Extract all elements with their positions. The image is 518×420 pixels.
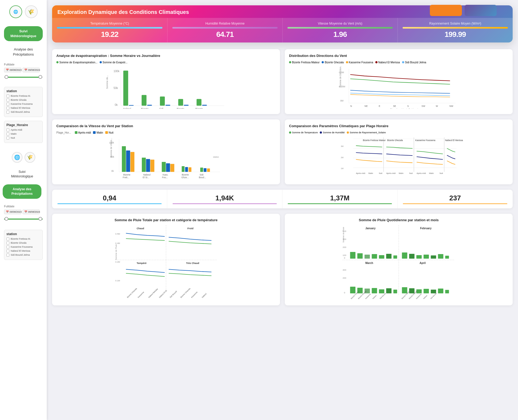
svg-text:400: 400 xyxy=(343,269,346,271)
wd-legend-5: Sidi Bouzid Jelma xyxy=(402,61,426,64)
bm-3-value: 1,37M xyxy=(288,194,392,202)
precip-date-to[interactable]: 📅 09/08/2024 xyxy=(22,209,40,214)
svg-rect-147 xyxy=(402,287,407,293)
svg-text:0k: 0k xyxy=(115,103,118,106)
svg-rect-145 xyxy=(386,288,392,293)
nav-suivi-btn[interactable]: Suivi Météorologique xyxy=(4,26,43,41)
bm-1: 0,94 xyxy=(52,190,167,208)
date-filter: Fulldate 📅 09/08/2023 📅 09/08/2024 xyxy=(4,63,43,82)
svg-text:0: 0 xyxy=(344,257,345,259)
nav2-suivi-btn[interactable]: SuiviMétéorologique xyxy=(3,167,41,181)
svg-text:Matin: Matin xyxy=(399,172,404,174)
wd-legend-4: Nabeul El Merissa xyxy=(375,61,400,64)
svg-text:Chaud: Chaud xyxy=(137,227,144,230)
wind-dir-legend: Bizerte Fretissa Mateur Bizerte Ghezala … xyxy=(289,61,508,64)
svg-text:Nuit: Nuit xyxy=(379,172,382,174)
wind-direction-chart: Distribution des Directions du Vent Bize… xyxy=(285,49,513,114)
station-checkbox-3[interactable] xyxy=(6,103,9,106)
plage-item-3[interactable]: Nuit xyxy=(6,137,40,139)
evap-legend-1: Somme de Evapotranspiration... xyxy=(56,61,98,64)
metric-wind-value: 1.96 xyxy=(287,30,393,39)
station-checkbox-5[interactable] xyxy=(6,111,9,114)
date-from[interactable]: 📅 09/08/2023 xyxy=(4,68,21,72)
svg-rect-12 xyxy=(184,105,189,106)
nav-analyse-btn[interactable]: Analyse des Précipitations xyxy=(4,44,43,59)
date-to[interactable]: 📅 09/08/2024 xyxy=(22,68,40,72)
ps-item-2[interactable]: Bizerte Ghzala xyxy=(6,242,40,244)
svg-text:Nuit: Nuit xyxy=(439,172,443,174)
svg-rect-134 xyxy=(409,254,415,259)
ps-item-1[interactable]: Bizerte Fretissa M. xyxy=(6,238,40,240)
metrics-row: Température Moyenne (°C) 19.22 Humidité … xyxy=(52,18,513,42)
svg-text:Nuit: Nuit xyxy=(409,172,413,174)
ps-item-5[interactable]: Sidi Bouzid Jelma xyxy=(6,254,40,256)
orange-button[interactable] xyxy=(430,5,462,16)
svg-text:Fou...: Fou... xyxy=(162,176,168,179)
svg-rect-126 xyxy=(350,252,356,259)
svg-rect-136 xyxy=(424,255,429,259)
svg-text:Après-midi: Après-midi xyxy=(356,172,365,174)
date-range-slider[interactable] xyxy=(4,75,43,80)
svg-text:Bizerte Ghazala: Bizerte Ghazala xyxy=(127,287,137,298)
station-item-4[interactable]: Nabeul El Merissa xyxy=(6,107,40,110)
ps-item-4[interactable]: Nabeul El Merissa xyxy=(6,250,40,252)
station-checkbox-2[interactable] xyxy=(6,99,9,102)
svg-rect-52 xyxy=(162,162,166,172)
metric-humidity-value: 64.71 xyxy=(172,30,278,39)
evap-dot-2 xyxy=(100,61,102,63)
precip-date-label: Fulldate xyxy=(4,205,43,208)
charts-row-1: Analyse de évapotranspiration : Somme Ho… xyxy=(52,49,513,114)
svg-rect-152 xyxy=(438,289,443,293)
wd-legend-2: Bizerte Ghezala xyxy=(322,61,344,64)
top-buttons-container xyxy=(430,5,497,16)
svg-rect-13 xyxy=(197,99,201,106)
cp-dot-2 xyxy=(320,131,322,134)
svg-text:Très Chaud: Très Chaud xyxy=(186,262,199,265)
metric-solar-label: Rayonnement Solaire Moyen (W/m²) xyxy=(403,22,508,29)
ps-item-3[interactable]: Kasserine Foussena xyxy=(6,246,40,248)
svg-text:Somme de Direction...: Somme de Direction... xyxy=(339,66,342,87)
svg-rect-129 xyxy=(372,254,377,259)
svg-rect-46 xyxy=(122,146,126,172)
daily-rain-chart: Somme de Pluie Quotidienne par station e… xyxy=(285,214,513,305)
station-item-5[interactable]: Sidi Bouzid Jelma xyxy=(6,111,40,114)
wd-legend-1: Bizerte Fretissa Mateur xyxy=(289,61,320,64)
station-checkbox-1[interactable] xyxy=(6,95,9,98)
svg-text:Matin: Matin xyxy=(429,172,434,174)
precip-range-slider[interactable] xyxy=(4,216,43,222)
svg-text:0.4M: 0.4M xyxy=(115,242,120,244)
svg-text:Nabeul: Nabeul xyxy=(201,293,207,298)
plage-item-1[interactable]: Après-midi xyxy=(6,129,40,131)
station-item-3[interactable]: Kasserine Foussena xyxy=(6,103,40,106)
svg-rect-50 xyxy=(146,159,150,172)
bm-3-bar xyxy=(288,203,392,204)
svg-text:0.2M: 0.2M xyxy=(115,261,120,263)
svg-text:Sidi: Sidi xyxy=(200,173,203,176)
plage-checkbox-2[interactable] xyxy=(6,133,9,135)
svg-text:SW: SW xyxy=(422,104,426,107)
svg-rect-146 xyxy=(394,290,397,293)
station-item-1[interactable]: Bizerte Fretissa M. xyxy=(6,95,40,98)
plage-item-2[interactable]: Matin xyxy=(6,133,40,135)
station-checkbox-4[interactable] xyxy=(6,107,9,110)
total-rain-chart: Somme de Pluie Totale par station et cat… xyxy=(52,214,280,305)
svg-text:April: April xyxy=(420,262,426,265)
svg-text:0.5M: 0.5M xyxy=(115,233,120,235)
svg-text:Sidi Bouzid: Sidi Bouzid xyxy=(430,293,437,299)
nav2-analyse-btn[interactable]: Analyse desPrécipitations xyxy=(3,184,41,199)
bm-1-bar xyxy=(57,203,162,204)
station-item-2[interactable]: Bizerte Ghzala xyxy=(6,99,40,102)
svg-text:0k: 0k xyxy=(111,170,114,172)
svg-rect-137 xyxy=(431,255,436,259)
svg-rect-150 xyxy=(424,289,429,293)
svg-rect-7 xyxy=(142,95,146,106)
bm-4-value: 237 xyxy=(403,194,507,202)
plage-checkbox-1[interactable] xyxy=(6,129,9,131)
svg-text:Nabeul El M.: Nabeul El M. xyxy=(159,289,168,298)
blue-button[interactable] xyxy=(465,5,497,16)
svg-text:Sidi Bouzid: Sidi Bouzid xyxy=(379,293,386,299)
svg-text:Bizerte: Bizerte xyxy=(182,173,189,176)
svg-text:Bizerte: Bizerte xyxy=(141,107,149,109)
plage-checkbox-3[interactable] xyxy=(6,137,9,139)
precip-date-from[interactable]: 📅 09/08/2023 xyxy=(4,209,21,214)
